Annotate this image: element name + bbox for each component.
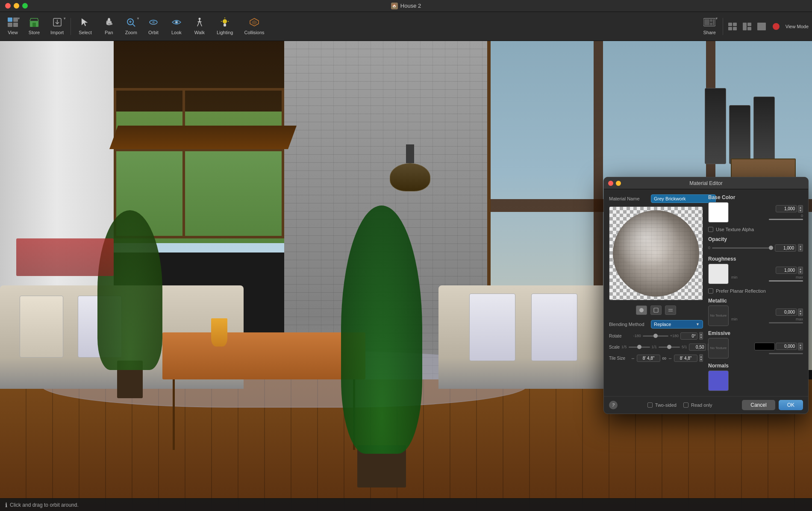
- toolbar-collisions[interactable]: Collisions: [239, 14, 269, 39]
- metallic-value-input[interactable]: [776, 308, 797, 316]
- toolbar-walk[interactable]: Walk: [188, 14, 211, 39]
- toolbar-pan[interactable]: Pan: [98, 14, 120, 39]
- normals-section: Normals: [708, 363, 803, 391]
- blending-method-label: Blending Method: [609, 322, 647, 327]
- tb-sep-1: [71, 18, 71, 35]
- base-color-swatch[interactable]: [708, 202, 729, 223]
- normals-swatch[interactable]: [708, 370, 729, 391]
- metallic-num-row: ▲ ▼: [776, 308, 803, 316]
- ok-button[interactable]: OK: [779, 400, 803, 410]
- pan-icon: [104, 18, 114, 29]
- close-button[interactable]: [5, 3, 11, 9]
- me-help-button[interactable]: ?: [609, 401, 618, 409]
- roughness-spinner[interactable]: ▲ ▼: [798, 267, 803, 274]
- blending-method-wrapper: Replace Add Multiply Overlay: [651, 320, 703, 329]
- preview-cube-btn[interactable]: [650, 305, 662, 315]
- tilesize-y-input[interactable]: [674, 355, 697, 362]
- emissive-color-swatch[interactable]: [754, 343, 775, 350]
- scale-slider[interactable]: [629, 347, 650, 348]
- scale-input[interactable]: [689, 344, 706, 351]
- roughness-value-input[interactable]: [776, 267, 797, 274]
- me-window-controls[interactable]: [608, 181, 621, 186]
- svg-rect-31: [710, 23, 712, 25]
- use-texture-alpha-checkbox[interactable]: [708, 227, 713, 232]
- opacity-spinner[interactable]: ▲ ▼: [798, 244, 803, 252]
- read-only-checkbox[interactable]: [683, 402, 688, 408]
- toolbar-import[interactable]: ▼ Import: [46, 14, 68, 39]
- collisions-label: Collisions: [244, 30, 264, 35]
- base-color-spinner[interactable]: ▲ ▼: [798, 205, 803, 213]
- tilesize-link-icon[interactable]: ∞: [662, 355, 666, 361]
- toolbar-viewmode3[interactable]: [755, 14, 768, 39]
- base-color-section: Base Color ▲ ▼ 0: [708, 194, 803, 223]
- scale-step1: 1/5: [621, 345, 627, 349]
- svg-rect-27: [224, 23, 226, 26]
- rotate-input[interactable]: [680, 332, 697, 340]
- roughness-swatch[interactable]: [708, 264, 729, 284]
- normals-label: Normals: [708, 363, 803, 369]
- orbit-icon: [148, 18, 159, 29]
- red-car: [16, 238, 114, 276]
- blending-method-select[interactable]: Replace Add Multiply Overlay: [651, 320, 703, 329]
- rotate-spinner[interactable]: ▲ ▼: [699, 332, 703, 340]
- metallic-no-texture[interactable]: No Texture: [708, 305, 729, 326]
- import-icon: [52, 18, 62, 29]
- read-only-label: Read only: [691, 402, 712, 408]
- emissive-spinner[interactable]: ▲ ▼: [798, 343, 803, 350]
- maximize-button[interactable]: [22, 3, 28, 9]
- opacity-value-input[interactable]: [775, 244, 796, 252]
- toolbar-lighting[interactable]: Lighting: [212, 14, 238, 39]
- plant-front-top: [341, 206, 422, 454]
- table-leg-1: [173, 379, 175, 450]
- toolbar-viewmode4[interactable]: [769, 14, 783, 39]
- metallic-spinner[interactable]: ▲ ▼: [798, 308, 803, 316]
- lighting-label: Lighting: [217, 30, 233, 35]
- pan-label: Pan: [105, 30, 113, 35]
- material-editor-panel: Material Editor Material Name: [603, 177, 809, 414]
- preview-flat-btn[interactable]: [665, 305, 676, 315]
- metallic-section: Metallic No Texture ▲ ▼: [708, 298, 803, 326]
- tilesize-spinner[interactable]: ▲ ▼: [699, 354, 703, 362]
- prefer-planar-row: Prefer Planar Reflection: [708, 288, 803, 294]
- window-divider-v: [182, 91, 185, 236]
- titlebar: 🏠 House 2: [0, 0, 812, 12]
- toolbar-look[interactable]: Look: [165, 14, 188, 39]
- material-name-input[interactable]: [651, 194, 716, 203]
- emissive-no-texture[interactable]: No Texture: [708, 338, 729, 358]
- cancel-button[interactable]: Cancel: [742, 400, 775, 410]
- metallic-label: Metallic: [708, 298, 803, 304]
- prefer-planar-checkbox[interactable]: [708, 288, 713, 294]
- minimize-button[interactable]: [14, 3, 19, 9]
- toolbar-zoom[interactable]: ▼ Zoom: [121, 14, 141, 39]
- toolbar-store[interactable]: Store: [23, 14, 45, 39]
- tilesize-x-input[interactable]: [637, 355, 660, 362]
- preview-sphere-btn[interactable]: [636, 305, 647, 315]
- two-sided-checkbox[interactable]: [647, 402, 653, 408]
- status-icon: ℹ: [5, 502, 7, 508]
- toolbar-select[interactable]: Select: [74, 14, 97, 39]
- base-color-value-input[interactable]: [776, 205, 797, 212]
- status-text: Click and drag to orbit around.: [10, 502, 79, 508]
- window-title: 🏠 House 2: [391, 3, 421, 9]
- emissive-value-input[interactable]: [776, 343, 797, 350]
- rotate-slider[interactable]: [643, 335, 668, 337]
- look-icon: [171, 18, 182, 29]
- material-name-row: Material Name: [609, 194, 703, 203]
- use-texture-alpha-row: Use Texture Alpha: [708, 227, 803, 232]
- toolbar-viewmode2[interactable]: [740, 14, 754, 39]
- me-bottom-controls: ? Two-sided Read only Cancel OK: [604, 396, 808, 414]
- toolbar-view[interactable]: ▼ View: [3, 14, 22, 39]
- window-controls[interactable]: [5, 3, 28, 9]
- collisions-icon: [249, 18, 259, 29]
- toolbar-share[interactable]: ▼ Share: [699, 14, 720, 39]
- opacity-slider[interactable]: [712, 247, 773, 249]
- me-minimize-button[interactable]: [616, 181, 621, 186]
- me-close-button[interactable]: [608, 181, 613, 186]
- viewmode-label: View Mode: [786, 24, 809, 29]
- scale-slider-2[interactable]: [659, 347, 680, 348]
- roughness-range-labels: min max: [731, 275, 803, 279]
- roughness-max-label: max: [796, 275, 803, 279]
- toolbar-viewmode1[interactable]: [726, 14, 739, 39]
- toolbar-orbit[interactable]: Orbit: [142, 14, 165, 39]
- metallic-slider-track: [769, 322, 803, 323]
